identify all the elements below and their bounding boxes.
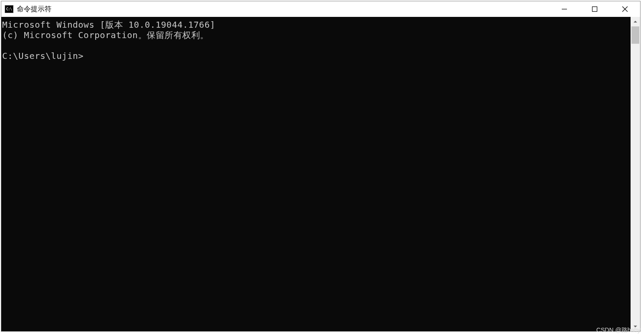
close-button[interactable] [610, 1, 640, 17]
command-prompt-window: C:\ 命令提示符 Microsoft Windows [版本 10. [1, 1, 641, 332]
window-title: 命令提示符 [17, 5, 52, 14]
titlebar[interactable]: C:\ 命令提示符 [1, 1, 640, 17]
scroll-up-button[interactable] [631, 17, 640, 26]
close-icon [621, 6, 628, 13]
svg-rect-1 [592, 7, 597, 12]
scroll-track[interactable] [631, 26, 640, 322]
vertical-scrollbar[interactable] [631, 17, 640, 331]
maximize-icon [592, 6, 598, 12]
chevron-up-icon [633, 19, 638, 24]
maximize-button[interactable] [580, 1, 610, 17]
minimize-button[interactable] [549, 1, 580, 17]
window-controls [549, 1, 640, 17]
minimize-icon [561, 6, 567, 12]
cmd-icon: C:\ [5, 5, 13, 13]
chevron-down-icon [633, 324, 638, 329]
scroll-down-button[interactable] [631, 322, 640, 331]
scroll-thumb[interactable] [631, 26, 639, 44]
console-area: Microsoft Windows [版本 10.0.19044.1766] (… [1, 17, 640, 331]
console-output[interactable]: Microsoft Windows [版本 10.0.19044.1766] (… [1, 17, 631, 331]
svg-rect-0 [562, 9, 567, 10]
